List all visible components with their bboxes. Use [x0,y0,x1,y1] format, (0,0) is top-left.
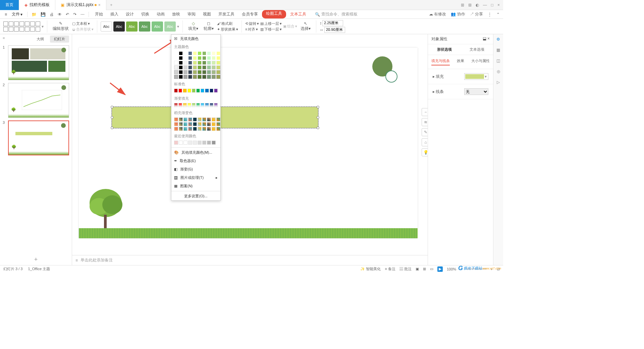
shape-gallery[interactable] [3,21,40,32]
expand-icon[interactable]: ⌃ [496,12,500,17]
menu-icon[interactable]: ≡ [3,11,8,17]
apps-icon[interactable]: ⊞ [468,3,472,7]
align-button[interactable]: ≡对齐▾ [245,27,259,32]
preset-gradient-grid[interactable] [171,117,220,132]
slide-thumb-3[interactable]: 3🌳 [3,120,69,155]
tab-view[interactable]: 视图 [200,10,214,18]
slides-tab[interactable]: 幻灯片 [50,36,69,43]
tab-start[interactable]: 开始 [92,10,106,18]
fill-button[interactable]: ◇填充▾ [186,20,200,32]
tab-text-tools[interactable]: 文本工具 [287,10,310,18]
close-icon[interactable]: × [98,3,101,7]
no-fill-option[interactable]: ☒无填充颜色 [171,35,220,43]
play-icon[interactable]: ▷ [495,79,501,85]
share-button[interactable]: ↗ 分享 [470,11,483,17]
fill-line-tab[interactable]: 填充与线条 [431,58,450,65]
maximize-icon[interactable]: □ [491,3,493,7]
send-backward-button[interactable]: ▥下移一层▾ [260,27,282,32]
user-icon[interactable]: ◐ [476,3,479,7]
search-box[interactable]: 🔍 查找命令、搜索模板 [315,11,358,17]
float-home-icon[interactable]: ⌂ [422,138,428,146]
tab-template[interactable]: ◈找稻壳模板 [19,0,55,10]
notes-bar[interactable]: ≡单击此处添加备注 [72,255,428,265]
outline-tab[interactable]: 大纲 [33,36,48,43]
picture-option[interactable]: 🖼图片或纹理(T)▸ [171,173,220,182]
format-painter-button[interactable]: 🖌格式刷 [217,21,238,26]
comments-button[interactable]: ▤ 批注 [399,266,412,271]
preview-icon[interactable]: 👁 [56,11,63,17]
theme-color-grid[interactable] [171,51,220,80]
standard-color-row[interactable] [171,88,220,95]
gradient-option[interactable]: ◧渐变(G) [171,165,220,173]
size-props-tab[interactable]: 大小与属性 [471,58,490,65]
tab-member[interactable]: 会员专享 [238,10,261,18]
width-input[interactable] [324,27,345,33]
zoom-level[interactable]: 100% [447,267,456,271]
open-icon[interactable]: 📁 [30,11,38,17]
pin-icon[interactable]: ⬓ [483,36,486,41]
tab-animation[interactable]: 动画 [153,10,168,18]
close-panel-icon[interactable]: × [487,36,490,41]
more-settings-option[interactable]: 更多设置(O)... [171,192,220,200]
print-icon[interactable]: 🖨 [48,11,55,17]
tab-insert[interactable]: 插入 [107,10,122,18]
tab-draw-tools[interactable]: 绘图工具 [262,10,286,18]
undo-icon[interactable]: ↶ [64,11,70,17]
slide-thumb-1[interactable]: 1🌳 [3,45,69,80]
view-reading-icon[interactable]: ▭ [430,267,433,271]
view-sorter-icon[interactable]: ⊞ [423,267,426,271]
fill-color-swatch[interactable]: ▾ [464,73,488,80]
new-tab-button[interactable]: + [106,3,116,7]
more-colors-option[interactable]: 🎨其他填充颜色(M)... [171,148,220,157]
layout-icon[interactable]: ⊞ [461,3,464,7]
minimize-icon[interactable]: — [483,3,487,7]
overflow-icon[interactable]: ⋮ [488,12,492,17]
more-icon[interactable]: ⋯ [79,11,86,17]
settings-icon[interactable]: ⚙ [495,36,501,42]
float-layers-icon[interactable]: ≋ [422,118,428,126]
pattern-option[interactable]: ▦图案(N) [171,182,220,190]
view-normal-icon[interactable]: ▣ [416,267,419,271]
tab-slideshow[interactable]: 放映 [169,10,183,18]
shape-options-tab[interactable]: 形状选项 [428,44,461,55]
beautify-button[interactable]: ✨ 智能美化 [360,266,381,271]
tab-design[interactable]: 设计 [122,10,137,18]
bring-forward-button[interactable]: ▤上移一层▾ [260,21,282,26]
slideshow-button[interactable]: ▶ [437,266,443,272]
redo-icon[interactable]: ↷ [72,11,78,17]
library-icon[interactable]: ◫ [495,58,501,64]
line-section[interactable]: ▸ 线条 无 [428,84,493,99]
gradient-color-row[interactable] [171,102,220,109]
collab-button[interactable]: 👥 协作 [451,11,465,17]
rotate-button[interactable]: ⟲旋转▾ [245,21,259,26]
pending-changes[interactable]: ☁ 有修改 [429,11,446,17]
style-gallery[interactable]: Abc Abc Abc Abc Abc Abc [101,21,176,32]
group-button[interactable]: ▣组合▾ [283,24,297,29]
line-select[interactable]: 无 [464,88,488,95]
textbox-button[interactable]: ▢文本框▾ [72,21,94,26]
location-icon[interactable]: ◎ [495,68,501,74]
float-pen-icon[interactable]: ✎ [422,128,428,136]
height-input[interactable] [322,20,343,26]
tab-dev[interactable]: 开发工具 [215,10,238,18]
template-icon[interactable]: ▦ [495,47,501,53]
effects-tab[interactable]: 效果 [457,58,464,65]
save-icon[interactable]: 💾 [39,11,47,17]
shape-effects-button[interactable]: ✦形状效果▾ [217,27,238,32]
text-options-tab[interactable]: 文本选项 [461,44,493,55]
file-menu[interactable]: 文件▾ [10,11,24,18]
tab-transition[interactable]: 切换 [138,10,153,18]
slide-canvas[interactable]: − ≋ ✎ ⌂ 💡 [79,48,418,238]
add-slide-button[interactable]: + [0,254,72,265]
edit-shape-button[interactable]: ✎编辑形状 [51,20,71,32]
outline-button[interactable]: ◻轮廓▾ [202,20,216,32]
combine-shape-button[interactable]: ◒合并形状▾ [72,27,94,32]
tab-review[interactable]: 审阅 [184,10,199,18]
tab-home[interactable]: 首页 [0,0,19,10]
eyedropper-option[interactable]: ✒取色器(E) [171,157,220,165]
slide-thumb-2[interactable]: 2🌳 [3,83,69,118]
select-button[interactable]: ↖选择▾ [299,20,313,32]
close-window-icon[interactable]: × [497,3,500,7]
notes-button[interactable]: ≡ 备注 [385,266,395,271]
tab-document[interactable]: ▣演示文稿1.pptx× [55,0,106,10]
